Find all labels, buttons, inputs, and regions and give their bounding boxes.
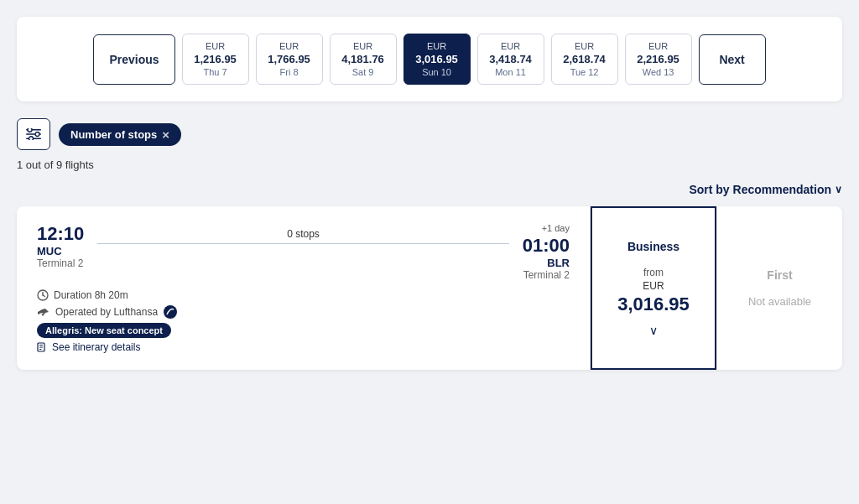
lufthansa-icon <box>163 304 178 320</box>
date-day: Tue 12 <box>570 67 599 77</box>
fare-chevron-icon: ∨ <box>649 324 658 337</box>
flight-card: 12:10 MUC Terminal 2 0 stops +1 day 01:0… <box>17 206 842 370</box>
date-cell-sun-10[interactable]: EUR 3,016.95 Sun 10 <box>403 34 471 85</box>
not-available: Not available <box>748 295 811 308</box>
svg-point-9 <box>164 305 177 319</box>
arrival-terminal: Terminal 2 <box>523 269 570 281</box>
fare-columns: Business from EUR 3,016.95 ∨ First Not a… <box>590 206 842 370</box>
svg-point-5 <box>29 137 34 140</box>
itinerary-link[interactable]: See itinerary details <box>52 341 140 353</box>
filter-icon-button[interactable] <box>17 118 50 150</box>
date-currency: EUR <box>353 41 372 51</box>
date-cell-fri-8[interactable]: EUR 1,766.95 Fri 8 <box>256 34 323 85</box>
date-currency: EUR <box>648 41 668 51</box>
fare-price: 3,016.95 <box>617 294 690 315</box>
date-day: Wed 13 <box>643 67 674 77</box>
sort-chevron-icon: ∨ <box>835 184 842 195</box>
date-currency: EUR <box>427 41 446 51</box>
sort-button[interactable]: Sort by Recommendation ∨ <box>689 183 842 196</box>
operator-label: Operated by Lufthansa <box>55 306 158 318</box>
departure-time: 12:10 <box>37 223 84 245</box>
departure-airport: MUC <box>37 245 84 257</box>
duration-label: Duration 8h 20m <box>54 289 128 301</box>
arrival-airport: BLR <box>523 257 570 269</box>
fare-col-first[interactable]: First Not available <box>716 206 842 370</box>
fare-currency: EUR <box>643 280 664 292</box>
previous-button[interactable]: Previous <box>93 34 174 85</box>
date-price: 2,216.95 <box>637 53 679 65</box>
date-day: Sun 10 <box>422 67 451 77</box>
operator-row: Operated by Lufthansa <box>37 304 570 320</box>
svg-rect-12 <box>39 347 43 348</box>
chip-label: Number of stops <box>70 128 157 141</box>
svg-point-4 <box>35 132 39 137</box>
itinerary-icon <box>37 342 47 352</box>
seat-badge: Allegris: New seat concept <box>37 323 171 338</box>
stops-line: 0 stops <box>84 223 522 244</box>
sort-row: Sort by Recommendation ∨ <box>17 183 842 196</box>
date-selector-card: Previous EUR 1,216.95 Thu 7 EUR 1,766.95… <box>17 17 842 101</box>
flight-times-row: 12:10 MUC Terminal 2 0 stops +1 day 01:0… <box>37 223 570 281</box>
duration-icon <box>37 289 49 301</box>
date-cell-tue-12[interactable]: EUR 2,618.74 Tue 12 <box>551 34 618 85</box>
filters-row: Number of stops × <box>17 118 842 150</box>
date-currency: EUR <box>279 41 299 51</box>
chip-close[interactable]: × <box>162 128 169 141</box>
main-container: Previous EUR 1,216.95 Thu 7 EUR 1,766.95… <box>17 17 842 370</box>
next-button[interactable]: Next <box>699 34 766 85</box>
date-price: 1,766.95 <box>268 53 310 65</box>
airplane-icon <box>37 308 50 316</box>
flight-meta: Duration 8h 20m Operated by Lufthansa Al… <box>37 289 570 353</box>
duration-row: Duration 8h 20m <box>37 289 570 301</box>
arrival-time: 01:00 <box>523 235 570 257</box>
date-day: Fri 8 <box>280 67 299 77</box>
fare-col-business[interactable]: Business from EUR 3,016.95 ∨ <box>591 206 716 370</box>
date-price: 4,181.76 <box>341 53 384 65</box>
svg-rect-13 <box>39 349 42 350</box>
sort-label: Sort by Recommendation <box>689 183 831 196</box>
arrival-block: +1 day 01:00 BLR Terminal 2 <box>523 223 570 281</box>
date-currency: EUR <box>501 41 520 51</box>
itinerary-row: See itinerary details <box>37 341 570 353</box>
fare-title: First <box>767 268 792 282</box>
stops-label: 0 stops <box>287 228 320 240</box>
date-currency: EUR <box>575 41 594 51</box>
svg-line-8 <box>43 295 45 297</box>
date-cell-wed-13[interactable]: EUR 2,216.95 Wed 13 <box>625 34 692 85</box>
stops-filter-chip[interactable]: Number of stops × <box>59 123 181 146</box>
seat-row: Allegris: New seat concept <box>37 323 570 338</box>
date-price: 2,618.74 <box>563 53 606 65</box>
date-day: Thu 7 <box>203 67 226 77</box>
filter-icon <box>26 128 41 140</box>
svg-point-3 <box>28 128 32 132</box>
date-price: 3,418.74 <box>489 53 532 65</box>
date-currency: EUR <box>206 41 225 51</box>
departure-block: 12:10 MUC Terminal 2 <box>37 223 84 269</box>
flight-info: 12:10 MUC Terminal 2 0 stops +1 day 01:0… <box>17 206 590 370</box>
date-price: 1,216.95 <box>194 53 237 65</box>
date-cell-sat-9[interactable]: EUR 4,181.76 Sat 9 <box>330 34 397 85</box>
fare-title: Business <box>627 240 679 253</box>
fare-from: from <box>643 267 664 278</box>
flight-line <box>97 243 508 244</box>
date-cells: EUR 1,216.95 Thu 7 EUR 1,766.95 Fri 8 EU… <box>182 34 692 85</box>
date-cell-mon-11[interactable]: EUR 3,418.74 Mon 11 <box>477 34 544 85</box>
date-day: Mon 11 <box>495 67 526 77</box>
departure-terminal: Terminal 2 <box>37 257 84 269</box>
date-cell-thu-7[interactable]: EUR 1,216.95 Thu 7 <box>182 34 249 85</box>
date-price: 3,016.95 <box>415 53 458 65</box>
svg-rect-11 <box>39 345 43 346</box>
results-count: 1 out of 9 flights <box>17 158 842 171</box>
plus-day: +1 day <box>523 223 570 233</box>
date-day: Sat 9 <box>352 67 374 77</box>
